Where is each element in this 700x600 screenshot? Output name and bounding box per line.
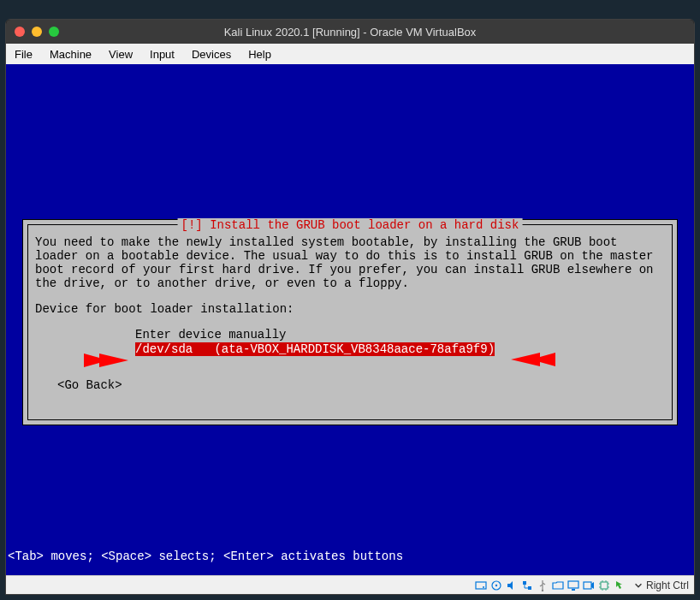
svg-rect-11 bbox=[584, 582, 591, 589]
svg-rect-7 bbox=[528, 586, 531, 590]
svg-rect-6 bbox=[523, 581, 526, 585]
svg-point-5 bbox=[495, 584, 497, 585]
usb-icon[interactable] bbox=[536, 579, 549, 592]
network-icon[interactable] bbox=[520, 579, 534, 592]
option-enter-manually[interactable]: Enter device manually bbox=[135, 328, 665, 342]
installer-dialog: [!] Install the GRUB boot loader on a ha… bbox=[22, 219, 678, 425]
shared-folder-icon[interactable] bbox=[551, 579, 565, 592]
dialog-title: [!] Install the GRUB boot loader on a ha… bbox=[178, 218, 523, 232]
host-key-label: Right Ctrl bbox=[646, 579, 689, 591]
svg-marker-1 bbox=[511, 353, 555, 366]
menubar: File Machine View Input Devices Help bbox=[6, 44, 694, 64]
option-dev-sda[interactable]: /dev/sda (ata-VBOX_HARDDISK_VB8348aace-7… bbox=[135, 342, 665, 356]
svg-rect-9 bbox=[568, 581, 578, 588]
keyboard-hint: <Tab> moves; <Space> selects; <Enter> ac… bbox=[8, 550, 403, 563]
keyboard-down-icon bbox=[633, 580, 644, 591]
menu-input[interactable]: Input bbox=[141, 48, 183, 61]
vm-display[interactable]: [!] Install the GRUB boot loader on a ha… bbox=[6, 64, 694, 575]
window-controls bbox=[15, 27, 59, 37]
titlebar: Kali Linux 2020.1 [Running] - Oracle VM … bbox=[6, 20, 694, 44]
virtualbox-window: Kali Linux 2020.1 [Running] - Oracle VM … bbox=[5, 19, 695, 595]
statusbar: Right Ctrl bbox=[6, 575, 694, 594]
svg-point-8 bbox=[542, 589, 543, 591]
display-icon[interactable] bbox=[567, 579, 580, 592]
optical-icon[interactable] bbox=[489, 579, 503, 592]
menu-machine[interactable]: Machine bbox=[41, 48, 100, 61]
status-icons: Right Ctrl bbox=[474, 579, 689, 592]
processor-icon[interactable] bbox=[597, 579, 611, 592]
host-key-indicator[interactable]: Right Ctrl bbox=[633, 579, 689, 591]
menu-file[interactable]: File bbox=[6, 48, 41, 61]
menu-help[interactable]: Help bbox=[240, 48, 280, 61]
menu-devices[interactable]: Devices bbox=[183, 48, 240, 61]
minimize-icon[interactable] bbox=[32, 27, 42, 37]
selected-device-label: /dev/sda (ata-VBOX_HARDDISK_VB8348aace-7… bbox=[135, 342, 495, 356]
prompt-text: Device for boot loader installation: bbox=[35, 302, 665, 316]
recording-icon[interactable] bbox=[582, 579, 596, 592]
maximize-icon[interactable] bbox=[49, 27, 59, 37]
harddisk-icon[interactable] bbox=[474, 579, 488, 592]
close-icon[interactable] bbox=[15, 27, 25, 37]
svg-rect-10 bbox=[572, 589, 575, 591]
instructions-text: You need to make the newly installed sys… bbox=[35, 235, 665, 290]
device-list: Enter device manually /dev/sda (ata-VBOX… bbox=[135, 328, 665, 355]
svg-point-3 bbox=[483, 586, 484, 588]
menu-view[interactable]: View bbox=[100, 48, 141, 61]
svg-rect-2 bbox=[476, 582, 486, 589]
go-back-button[interactable]: <Go Back> bbox=[57, 378, 665, 392]
svg-marker-0 bbox=[84, 353, 128, 367]
window-title: Kali Linux 2020.1 [Running] - Oracle VM … bbox=[6, 26, 694, 39]
annotation-arrow-left-icon bbox=[84, 353, 128, 367]
annotation-arrow-right-icon bbox=[511, 353, 555, 366]
svg-rect-12 bbox=[601, 582, 608, 589]
dialog-body: You need to make the newly installed sys… bbox=[35, 235, 665, 392]
audio-icon[interactable] bbox=[505, 579, 519, 592]
mouse-integration-icon[interactable] bbox=[613, 579, 626, 592]
